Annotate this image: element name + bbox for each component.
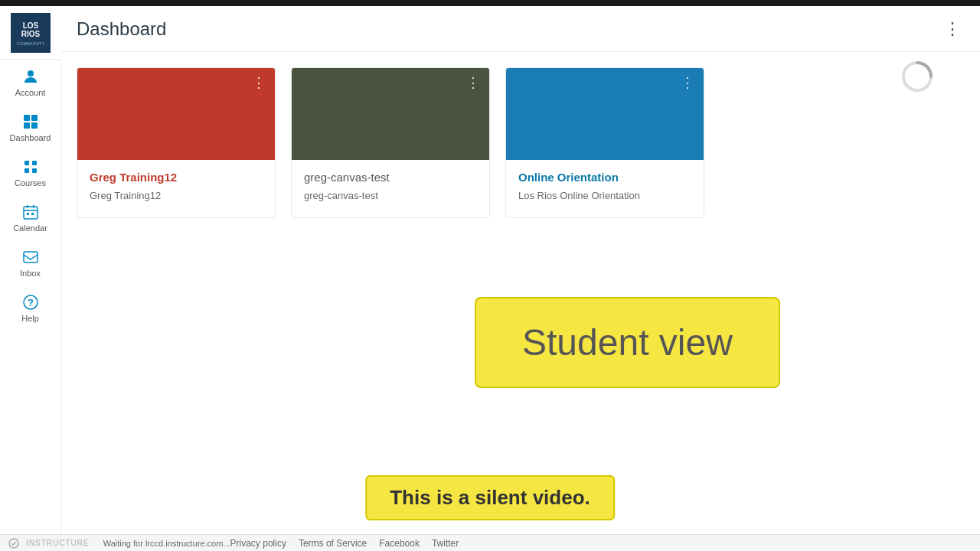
top-bar (0, 0, 980, 6)
sidebar-item-calendar[interactable]: Calendar (0, 195, 61, 240)
footer-links: Privacy policy Terms of Service Facebook… (230, 538, 459, 549)
page-title: Dashboard (77, 18, 166, 40)
inbox-label: Inbox (20, 269, 41, 278)
logo-area: LOS RIOS COMMUNITY (0, 6, 61, 60)
card-image-online-orientation: ⋮ (506, 68, 704, 160)
svg-rect-13 (24, 207, 38, 219)
svg-point-4 (28, 70, 34, 77)
card-menu-button-greg-training[interactable]: ⋮ (249, 74, 269, 91)
los-rios-logo: LOS RIOS COMMUNITY (11, 13, 51, 53)
status-text: Waiting for lrccd.instructure.com... (103, 539, 230, 548)
course-card-greg-canvas-test: ⋮ greg-canvas-test greg-canvas-test (291, 67, 490, 218)
course-card-online-orientation: ⋮ Online Orientation Los Rios Online Ori… (505, 67, 704, 218)
facebook-link[interactable]: Facebook (379, 538, 420, 549)
account-label: Account (15, 88, 46, 97)
privacy-policy-link[interactable]: Privacy policy (230, 538, 286, 549)
silent-video-badge: This is a silent video. (365, 475, 615, 520)
sidebar-item-courses[interactable]: Courses (0, 150, 61, 195)
instructure-label: INSTRUCTURE (26, 539, 90, 547)
student-view-box[interactable]: Student view (475, 297, 780, 388)
svg-text:RIOS: RIOS (21, 30, 40, 38)
twitter-link[interactable]: Twitter (432, 538, 459, 549)
svg-rect-17 (27, 213, 29, 215)
card-title-link-greg-canvas-test[interactable]: greg-canvas-test (304, 171, 477, 184)
main-content: Dashboard ⋮ ⋮ Greg Traini (61, 6, 980, 551)
svg-rect-10 (32, 161, 37, 165)
sidebar-item-dashboard[interactable]: Dashboard (0, 105, 61, 150)
card-image-greg-training: ⋮ (77, 68, 275, 160)
calendar-icon (21, 203, 40, 221)
svg-rect-19 (24, 252, 38, 262)
dashboard-icon (21, 112, 40, 131)
help-label: Help (21, 314, 39, 323)
dashboard-label: Dashboard (10, 133, 51, 142)
svg-text:?: ? (28, 297, 34, 308)
svg-rect-5 (24, 115, 30, 121)
terms-of-service-link[interactable]: Terms of Service (299, 538, 367, 549)
calendar-label: Calendar (13, 223, 47, 233)
header-menu-button[interactable]: ⋮ (940, 15, 965, 43)
bottom-left: INSTRUCTURE Waiting for lrccd.instructur… (8, 537, 230, 549)
svg-rect-11 (24, 168, 29, 173)
sidebar-item-inbox[interactable]: Inbox (0, 240, 61, 285)
svg-rect-8 (31, 122, 38, 129)
svg-text:LOS: LOS (22, 21, 38, 30)
silent-video-text: This is a silent video. (390, 486, 590, 509)
card-body-greg-canvas-test: greg-canvas-test greg-canvas-test (292, 160, 489, 217)
card-title-link-online-orientation[interactable]: Online Orientation (518, 171, 691, 184)
card-subtitle-online-orientation: Los Rios Online Orientation (518, 190, 640, 201)
loading-spinner (900, 60, 934, 93)
courses-label: Courses (15, 178, 46, 187)
sidebar-item-account[interactable]: Account (0, 60, 61, 105)
card-title-link-greg-training[interactable]: Greg Training12 (90, 171, 263, 184)
person-icon (21, 67, 40, 86)
card-menu-button-greg-canvas-test[interactable]: ⋮ (463, 74, 483, 91)
status-icon (8, 537, 20, 549)
svg-rect-9 (24, 161, 29, 165)
sidebar-item-help[interactable]: ? Help (0, 285, 61, 331)
status-bar: INSTRUCTURE Waiting for lrccd.instructur… (0, 534, 980, 551)
card-image-greg-canvas-test: ⋮ (292, 68, 489, 160)
svg-text:COMMUNITY: COMMUNITY (16, 41, 44, 46)
cards-row: ⋮ Greg Training12 Greg Training12 ⋮ greg… (77, 67, 965, 218)
card-menu-button-online-orientation[interactable]: ⋮ (678, 74, 697, 91)
sidebar: LOS RIOS COMMUNITY Account Dashboard (0, 6, 61, 551)
course-card-greg-training: ⋮ Greg Training12 Greg Training12 (77, 67, 276, 218)
svg-rect-18 (31, 213, 34, 215)
svg-rect-7 (24, 122, 30, 129)
courses-icon (21, 158, 40, 176)
card-body-online-orientation: Online Orientation Los Rios Online Orien… (506, 160, 704, 217)
svg-rect-6 (31, 115, 38, 121)
card-subtitle-greg-training: Greg Training12 (90, 190, 161, 201)
main-header: Dashboard ⋮ (61, 6, 980, 52)
svg-rect-12 (32, 168, 37, 173)
help-icon: ? (21, 293, 40, 311)
student-view-text: Student view (522, 322, 733, 363)
card-body-greg-training: Greg Training12 Greg Training12 (77, 160, 275, 217)
card-subtitle-greg-canvas-test: greg-canvas-test (304, 190, 378, 201)
inbox-icon (21, 248, 40, 266)
